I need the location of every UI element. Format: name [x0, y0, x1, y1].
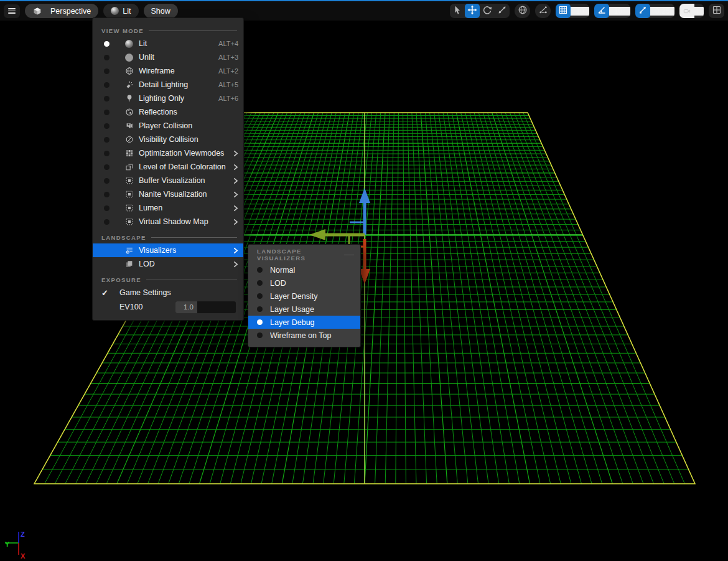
submenu-title: LANDSCAPE VISUALIZERS — [257, 248, 339, 262]
rotate-tool-button[interactable] — [480, 4, 495, 18]
landscape-visualizers-submenu: LANDSCAPE VISUALIZERSNormalLODLayer Dens… — [248, 244, 361, 347]
menu-item-optimization-viewmodes[interactable]: Optimization Viewmodes — [93, 146, 243, 160]
radio-dot — [257, 319, 263, 325]
menu-item-label: LOD — [139, 260, 155, 268]
section-rule — [151, 237, 237, 238]
grid-snap-value[interactable]: 10 — [571, 7, 589, 16]
submenu-item-wireframe-on-top[interactable]: Wireframe on Top — [248, 329, 360, 342]
menu-item-visualizers[interactable]: Visualizers — [93, 243, 243, 257]
radio-dot — [257, 267, 263, 273]
menu-item-reflections[interactable]: Reflections — [93, 105, 243, 119]
visibility-collision-icon — [124, 135, 134, 144]
camera-speed-value[interactable]: 4 — [694, 7, 704, 16]
menu-item-label: Detail Lighting — [139, 80, 188, 89]
wireframe-icon — [124, 67, 134, 76]
camera-icon[interactable] — [679, 4, 694, 18]
menu-item-label: Visibility Collision — [139, 135, 198, 144]
submenu-chevron-icon — [233, 247, 238, 254]
menu-item-visibility-collision[interactable]: Visibility Collision — [93, 133, 243, 146]
perspective-label: Perspective — [50, 7, 91, 16]
select-tool-button[interactable] — [450, 4, 465, 18]
menu-item-wireframe[interactable]: WireframeALT+2 — [93, 64, 243, 78]
menu-item-lit[interactable]: LitALT+4 — [93, 37, 243, 50]
radio-dot — [104, 68, 110, 74]
shortcut-label: ALT+4 — [218, 40, 238, 47]
move-tool-button[interactable] — [465, 4, 480, 18]
section-label: VIEW MODE — [101, 27, 144, 34]
surface-snapping-button[interactable] — [535, 4, 551, 18]
menu-item-nanite-visualization[interactable]: Nanite Visualization — [93, 187, 243, 201]
radio-dot — [104, 151, 110, 156]
visualizers-icon — [124, 246, 134, 255]
menu-item-label: Player Collision — [139, 121, 192, 130]
lighting-only-icon — [124, 94, 134, 103]
lit-icon — [124, 39, 134, 49]
radio-dot — [104, 123, 110, 129]
angle-icon — [597, 5, 607, 17]
menu-item-virtual-shadow-map[interactable]: Virtual Shadow Map — [93, 215, 243, 229]
section-label: LANDSCAPE — [101, 234, 146, 241]
player-collision-icon — [124, 121, 134, 131]
rotation-snap-value[interactable]: 10° — [609, 7, 630, 16]
lumen-icon — [124, 204, 134, 213]
section-label: EXPOSURE — [101, 276, 141, 283]
menu-item-game-settings[interactable]: ✓Game Settings — [93, 286, 243, 299]
menu-item-label: Virtual Shadow Map — [139, 217, 208, 226]
section-rule — [146, 280, 237, 280]
scale-snap-value[interactable]: 0.25 — [650, 7, 674, 16]
lit-sphere-icon — [111, 7, 119, 15]
viewport-options-button[interactable] — [4, 4, 20, 18]
submenu-item-layer-usage[interactable]: Layer Usage — [248, 303, 360, 316]
radio-dot — [104, 96, 110, 101]
grid-snap-icon — [558, 5, 568, 17]
menu-section-header-exposure: EXPOSURE — [93, 273, 243, 286]
world-local-toggle-button[interactable] — [515, 4, 530, 18]
axis-z-label: Z — [21, 530, 25, 538]
menu-item-unlit[interactable]: UnlitALT+3 — [93, 50, 243, 64]
menu-item-player-collision[interactable]: Player Collision — [93, 119, 243, 133]
perspective-button[interactable]: Perspective — [25, 4, 98, 18]
reflections-icon — [124, 108, 134, 117]
ev100-value: 1.0 — [184, 303, 194, 311]
menu-item-detail-lighting[interactable]: Detail LightingALT+5 — [93, 78, 243, 92]
show-button[interactable]: Show — [144, 4, 178, 18]
rotation-snap-toggle[interactable] — [594, 4, 609, 18]
globe-icon — [518, 5, 528, 17]
submenu-chevron-icon — [233, 177, 238, 184]
rotate-icon — [482, 5, 492, 17]
submenu-header: LANDSCAPE VISUALIZERS — [248, 248, 360, 261]
menu-item-lumen[interactable]: Lumen — [93, 201, 243, 215]
scale-tool-button[interactable] — [495, 4, 510, 18]
move-icon — [467, 5, 477, 17]
menu-item-lighting-only[interactable]: Lighting OnlyALT+6 — [93, 92, 243, 105]
unlit-icon — [124, 53, 134, 62]
menu-item-level-of-detail-coloration[interactable]: Level of Detail Coloration — [93, 160, 243, 174]
section-rule — [149, 31, 237, 31]
menu-item-label: Visualizers — [139, 246, 176, 255]
submenu-item-normal[interactable]: Normal — [248, 263, 360, 276]
menu-item-label: Level of Detail Coloration — [139, 163, 226, 171]
nanite-visualization-icon — [124, 190, 134, 199]
view-mode-button[interactable]: Lit — [103, 4, 138, 18]
menu-item-buffer-visualization[interactable]: Buffer Visualization — [93, 174, 243, 187]
scale-snap-toggle[interactable] — [635, 4, 650, 18]
submenu-item-lod[interactable]: LOD — [248, 276, 360, 290]
grid-snap-toggle[interactable] — [556, 4, 571, 18]
buffer-visualization-icon — [124, 176, 134, 186]
shortcut-label: ALT+3 — [218, 54, 238, 61]
maximize-viewport-button[interactable] — [709, 4, 724, 18]
cube-icon — [32, 6, 42, 16]
submenu-item-layer-debug[interactable]: Layer Debug — [248, 316, 360, 329]
lod-icon — [124, 260, 134, 269]
menu-item-label: Game Settings — [119, 288, 171, 297]
submenu-item-label: LOD — [270, 279, 286, 288]
submenu-chevron-icon — [233, 261, 238, 268]
menu-item-lod[interactable]: LOD — [93, 257, 243, 271]
scale-snap-control: 0.25 — [635, 4, 674, 18]
ev100-input[interactable]: 1.0 — [175, 301, 236, 313]
menu-item-ev100[interactable]: EV1001.0 — [93, 299, 243, 314]
submenu-item-layer-density[interactable]: Layer Density — [248, 290, 360, 303]
optimization-viewmodes-icon — [124, 149, 134, 158]
gizmo-y-arrow[interactable] — [309, 229, 365, 245]
menu-section-header-landscape: LANDSCAPE — [93, 231, 243, 243]
